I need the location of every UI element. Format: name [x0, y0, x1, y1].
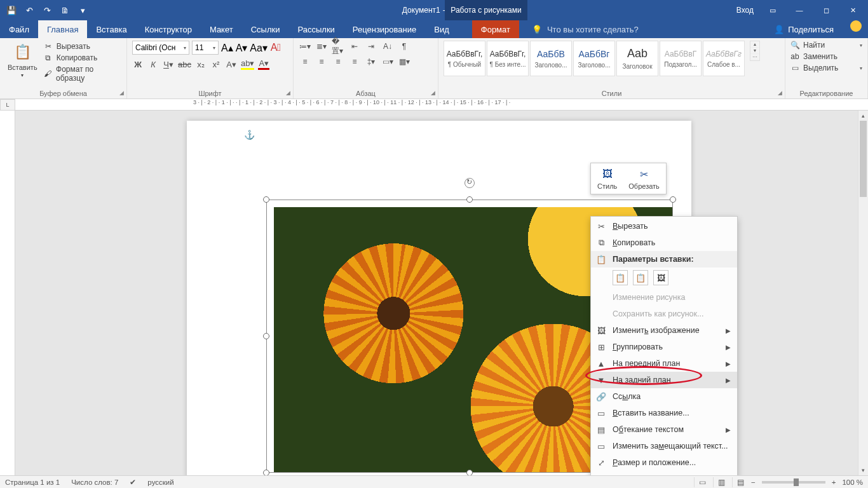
tab-home[interactable]: Главная [38, 20, 87, 38]
bold-button[interactable]: Ж [132, 60, 144, 69]
ctx-alt-text[interactable]: ▭Изменить замещающий текст... [591, 438, 737, 454]
mini-style-button[interactable]: 🖼Стиль [593, 166, 621, 191]
underline-button[interactable]: Ч▾ [163, 60, 174, 69]
resize-handle-tm[interactable] [466, 196, 473, 203]
select-button[interactable]: ▭Выделить▾ [790, 64, 862, 72]
horizontal-ruler[interactable]: 3 · | · 2 · | · 1 · | · · | · 1 · | · 2 … [15, 99, 868, 111]
paste-option-3[interactable]: 🖼 [653, 270, 668, 285]
ruler-corner[interactable]: L [0, 99, 15, 111]
ctx-link[interactable]: 🔗Ссылка [591, 388, 737, 405]
resize-handle-tr[interactable] [670, 196, 676, 203]
tab-review[interactable]: Рецензирование [344, 20, 425, 38]
grow-font-icon[interactable]: A▴ [221, 42, 233, 54]
resize-handle-tl[interactable] [263, 196, 269, 203]
styles-dialog-launcher-icon[interactable]: ◢ [778, 90, 782, 96]
numbering-icon[interactable]: ≣▾ [315, 41, 328, 52]
ctx-insert-caption[interactable]: ▭Вставить название... [591, 405, 737, 421]
line-spacing-icon[interactable]: ‡▾ [365, 56, 377, 67]
tab-design[interactable]: Конструктор [136, 20, 201, 38]
align-center-icon[interactable]: ≡ [315, 56, 328, 67]
style-no-spacing[interactable]: АаБбВвГг,¶ Без инте... [487, 41, 529, 76]
status-proofing-icon[interactable]: ✔ [130, 478, 136, 487]
rotate-handle[interactable] [465, 178, 475, 188]
tab-format[interactable]: Формат [472, 20, 519, 38]
find-button[interactable]: 🔍Найти▾ [790, 41, 862, 50]
vertical-ruler[interactable] [0, 111, 15, 475]
align-right-icon[interactable]: ≡ [332, 56, 344, 67]
tab-references[interactable]: Ссылки [242, 20, 289, 38]
minimize-icon[interactable]: — [792, 3, 807, 18]
styles-gallery[interactable]: АаБбВвГг,¶ Обычный АаБбВвГг,¶ Без инте..… [444, 41, 745, 76]
change-case-icon[interactable]: Aa▾ [250, 42, 268, 54]
status-page[interactable]: Страница 1 из 1 [5, 478, 60, 486]
font-size-combo[interactable]: 11▾ [192, 41, 219, 55]
text-effects-icon[interactable]: A▾ [226, 60, 237, 69]
clipboard-dialog-launcher-icon[interactable]: ◢ [119, 90, 124, 96]
subscript-button[interactable]: x₂ [195, 60, 207, 69]
style-title[interactable]: AabЗаголовок [616, 41, 658, 76]
mini-crop-button[interactable]: ✂Обрезать [625, 166, 663, 191]
tab-layout[interactable]: Макет [201, 20, 242, 38]
styles-scroll[interactable]: ▴▾⋯ [750, 41, 760, 61]
zoom-slider[interactable] [762, 481, 825, 484]
zoom-out-icon[interactable]: − [751, 478, 756, 486]
scroll-up-icon[interactable]: ▴ [858, 111, 868, 121]
status-word-count[interactable]: Число слов: 7 [71, 478, 118, 486]
borders-icon[interactable]: ▦▾ [398, 56, 410, 67]
justify-icon[interactable]: ≡ [348, 56, 361, 67]
resize-handle-bm[interactable] [466, 470, 473, 475]
sort-icon[interactable]: A↓ [381, 41, 394, 52]
view-web-icon[interactable]: ▤ [732, 477, 745, 487]
ribbon-options-icon[interactable]: ▭ [765, 3, 780, 18]
style-subtitle[interactable]: АаБбВвГПодзагол... [660, 41, 702, 76]
ctx-send-back[interactable]: ▼На задний план▶ [591, 372, 737, 388]
cut-button[interactable]: ✂Вырезать [44, 42, 121, 51]
undo-icon[interactable]: ↶ [24, 5, 34, 15]
paste-option-2[interactable]: 📋 [633, 270, 648, 285]
status-language[interactable]: русский [147, 478, 173, 486]
ctx-wrap-text[interactable]: ▤Обтекание текстом▶ [591, 421, 737, 438]
strike-button[interactable]: abc [178, 60, 191, 69]
font-dialog-launcher-icon[interactable]: ◢ [286, 90, 290, 96]
save-icon[interactable]: 💾 [6, 5, 17, 15]
vertical-scrollbar[interactable]: ▴ ▾ [858, 111, 868, 475]
zoom-in-icon[interactable]: + [832, 478, 836, 486]
feedback-smiley-icon[interactable] [850, 20, 862, 32]
style-heading1[interactable]: АаБбВЗаголово... [530, 41, 572, 76]
font-name-combo[interactable]: Calibri (Осн▾ [132, 41, 189, 55]
tab-view[interactable]: Вид [425, 20, 458, 38]
login-link[interactable]: Вход [736, 6, 754, 15]
maximize-icon[interactable]: ◻ [818, 3, 834, 18]
ctx-cut[interactable]: ✂Вырезать [591, 218, 737, 234]
ctx-bring-front[interactable]: ▲На передний план▶ [591, 355, 737, 372]
copy-button[interactable]: ⧉Копировать [44, 53, 121, 62]
superscript-button[interactable]: x² [210, 60, 222, 69]
replace-button[interactable]: abЗаменить [790, 52, 862, 61]
font-color-icon[interactable]: A▾ [258, 58, 269, 70]
redo-icon[interactable]: ↷ [42, 5, 52, 15]
share-button[interactable]: 👤 Поделиться [764, 20, 844, 38]
resize-handle-ml[interactable] [263, 333, 269, 339]
indent-increase-icon[interactable]: ⇥ [365, 41, 377, 52]
align-left-icon[interactable]: ≡ [299, 56, 311, 67]
ctx-copy[interactable]: ⧉Копировать [591, 234, 737, 251]
shading-icon[interactable]: ▭▾ [381, 56, 394, 67]
clear-format-icon[interactable]: A⃠ [270, 42, 281, 53]
qat-more-icon[interactable]: ▾ [78, 5, 88, 15]
shrink-font-icon[interactable]: A▾ [236, 42, 248, 54]
tab-insert[interactable]: Вставка [87, 20, 135, 38]
show-marks-icon[interactable]: ¶ [398, 41, 410, 52]
multilevel-icon[interactable]: �置▾ [332, 41, 344, 52]
format-painter-button[interactable]: 🖌Формат по образцу [44, 65, 121, 83]
view-read-icon[interactable]: ▭ [694, 477, 707, 487]
ctx-edit-image[interactable]: 🖼Изменить изображение▶ [591, 322, 737, 339]
paste-button[interactable]: 📋 Вставить ▾ [5, 41, 40, 79]
resize-handle-bl[interactable] [263, 470, 269, 475]
zoom-level[interactable]: 100 % [842, 478, 863, 486]
paragraph-dialog-launcher-icon[interactable]: ◢ [431, 90, 435, 96]
indent-decrease-icon[interactable]: ⇤ [348, 41, 361, 52]
bullets-icon[interactable]: ≔▾ [299, 41, 311, 52]
scroll-down-icon[interactable]: ▾ [858, 465, 868, 475]
italic-button[interactable]: К [147, 60, 159, 69]
close-icon[interactable]: ✕ [845, 3, 860, 18]
